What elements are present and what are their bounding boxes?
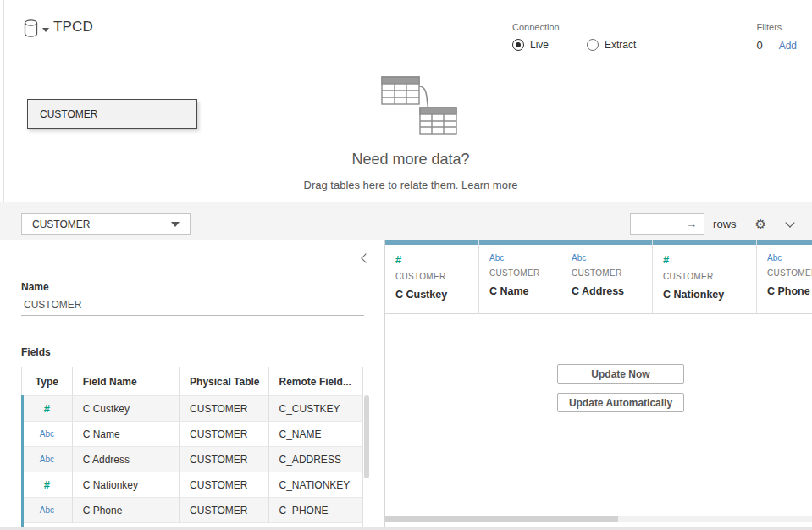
table-row[interactable]: Abc C Name CUSTOMER C_NAME — [22, 422, 362, 447]
database-icon — [24, 19, 38, 37]
preview-toolbar: CUSTOMER → rows ⚙ — [0, 202, 812, 240]
enter-arrow-icon: → — [686, 218, 697, 230]
grid-horizontal-scrollbar[interactable] — [385, 516, 812, 522]
rows-count-input[interactable]: → — [630, 213, 704, 235]
datasource-header: TPCD Connection Live Extract Filters 0 A… — [0, 0, 812, 59]
string-type-icon: Abc — [489, 253, 561, 262]
number-type-icon: # — [663, 253, 756, 266]
table-row[interactable]: Abc C Address CUSTOMER C_ADDRESS — [22, 447, 362, 472]
grid-column-header[interactable]: Abc CUSTOMER C Address — [561, 240, 653, 313]
window-bottom-scroll-strip — [0, 527, 812, 530]
radio-live[interactable]: Live — [512, 39, 549, 51]
string-type-icon: Abc — [22, 498, 73, 523]
caret-down-icon — [42, 28, 49, 32]
selection-stripe — [21, 395, 24, 527]
canvas-table-customer[interactable]: CUSTOMER — [27, 99, 197, 129]
filters-count: 0 — [756, 39, 762, 52]
update-automatically-button[interactable]: Update Automatically — [557, 393, 684, 412]
collapse-panel-icon[interactable] — [361, 253, 370, 262]
grid-column-header[interactable]: # CUSTOMER C Nationkey — [653, 240, 757, 313]
datasource-title[interactable]: TPCD — [53, 19, 93, 36]
string-type-icon: Abc — [22, 447, 73, 472]
gear-icon[interactable]: ⚙ — [755, 218, 766, 230]
fields-table: Type Field Name Physical Table Remote Fi… — [21, 367, 363, 530]
number-type-icon: # — [395, 253, 478, 266]
fields-table-scrollbar[interactable] — [364, 395, 369, 478]
grid-column-header[interactable]: Abc CUSTOMER C Phone — [757, 240, 812, 313]
name-label: Name — [21, 281, 49, 293]
connection-label: Connection — [512, 22, 636, 32]
dropdown-caret-icon — [171, 222, 180, 227]
chevron-down-icon[interactable] — [785, 218, 794, 227]
filters-divider — [771, 40, 771, 52]
table-row[interactable]: # C Custkey CUSTOMER C_CUSTKEY — [22, 396, 362, 422]
scrollbar-thumb[interactable] — [385, 516, 618, 522]
tableau-datasource-page: TPCD Connection Live Extract Filters 0 A… — [0, 0, 812, 530]
rows-label: rows — [713, 218, 736, 230]
table-row[interactable]: # C Nationkey CUSTOMER C_NATIONKEY — [22, 472, 362, 498]
string-type-icon: Abc — [767, 253, 812, 262]
grid-column-header[interactable]: # CUSTOMER C Custkey — [385, 240, 479, 313]
canvas-empty-state: Need more data? Drag tables here to rela… — [241, 76, 580, 191]
table-select-dropdown[interactable]: CUSTOMER — [21, 213, 191, 235]
relate-tables-icon — [364, 76, 457, 135]
string-type-icon: Abc — [572, 253, 652, 262]
grid-header-row: # CUSTOMER C Custkey Abc CUSTOMER C Name… — [385, 240, 812, 314]
connection-section: Connection Live Extract — [512, 22, 636, 51]
radio-extract-icon[interactable] — [587, 39, 599, 51]
data-preview-grid: # CUSTOMER C Custkey Abc CUSTOMER C Name… — [385, 240, 812, 527]
filters-add-link[interactable]: Add — [779, 40, 797, 52]
string-type-icon: Abc — [22, 422, 73, 447]
field-editor-panel: Name CUSTOMER Fields Type Field Name Phy… — [0, 240, 385, 527]
number-type-icon: # — [22, 396, 73, 422]
name-input[interactable]: CUSTOMER — [21, 294, 364, 316]
datasource-menu-button[interactable] — [24, 19, 49, 37]
update-now-button[interactable]: Update Now — [557, 364, 684, 384]
table-row[interactable]: Abc C Phone CUSTOMER C_PHONE — [22, 498, 362, 523]
number-type-icon: # — [22, 472, 73, 498]
fields-table-header: Type Field Name Physical Table Remote Fi… — [22, 367, 362, 396]
empty-state-subtitle: Drag tables here to relate them. Learn m… — [241, 179, 580, 191]
grid-body: Update Now Update Automatically — [385, 314, 812, 522]
empty-state-title: Need more data? — [241, 151, 580, 168]
grid-column-header[interactable]: Abc CUSTOMER C Name — [479, 240, 561, 313]
fields-label: Fields — [21, 346, 51, 358]
filters-section: Filters 0 Add — [756, 22, 797, 52]
relationship-canvas[interactable]: CUSTOMER Need more data? D — [4, 59, 812, 202]
filters-label: Filters — [756, 22, 797, 32]
radio-live-icon[interactable] — [512, 39, 524, 51]
learn-more-link[interactable]: Learn more — [461, 179, 517, 191]
radio-extract[interactable]: Extract — [587, 39, 636, 51]
